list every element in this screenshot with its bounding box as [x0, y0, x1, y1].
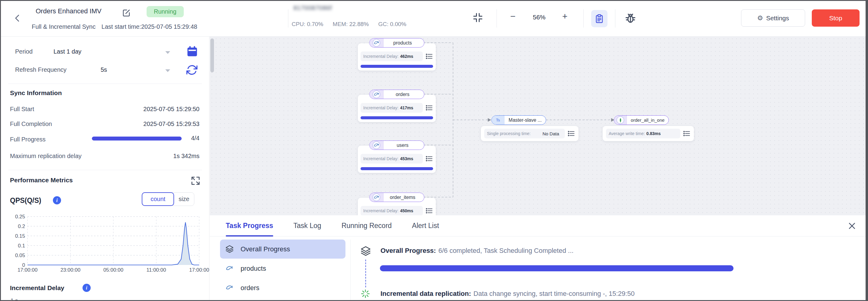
task-subtitle: Full & Incremental Sync Last start time:…	[32, 23, 197, 30]
tab-alert-list[interactable]: Alert List	[412, 215, 439, 237]
node-label: products	[383, 40, 424, 46]
progress-row: Overall Progress:6/6 completed, Task Sch…	[361, 247, 574, 256]
chevron-down-icon	[165, 70, 170, 72]
settings-label: Settings	[766, 15, 789, 22]
list-item-products[interactable]: products	[220, 259, 345, 278]
list-item-orders[interactable]: orders	[220, 278, 345, 297]
header-bar: Orders Enhanced IMV Running Full & Incre…	[1, 1, 866, 37]
edit-icon[interactable]	[122, 8, 131, 18]
node-menu-icon[interactable]	[425, 155, 433, 163]
mysql-icon	[373, 39, 380, 47]
full-completion-label: Full Completion	[10, 120, 52, 128]
app-window: Orders Enhanced IMV Running Full & Incre…	[0, 0, 868, 301]
back-icon[interactable]	[13, 12, 23, 25]
node-progress-bar	[361, 65, 433, 68]
mysql-icon	[225, 284, 234, 292]
node-label: users	[383, 143, 424, 148]
bug-icon[interactable]	[625, 12, 637, 25]
full-start-label: Full Start	[10, 106, 34, 113]
svg-text:11:00:00: 11:00:00	[147, 267, 166, 273]
node-pill[interactable]: order_all_in_one	[614, 115, 669, 125]
qps-metric-toggle: count size	[142, 192, 194, 206]
svg-text:0: 0	[22, 262, 25, 268]
node-label: order_all_in_one	[627, 117, 669, 122]
page-title: Orders Enhanced IMV	[36, 7, 101, 15]
progress-list: Overall Progress products orders	[220, 240, 345, 300]
node-pill[interactable]: products	[369, 38, 424, 48]
list-item-label: Overall Progress	[241, 245, 290, 253]
sync-type: Full & Incremental Sync	[32, 23, 95, 30]
node-pill[interactable]: orders	[369, 90, 424, 99]
scrollbar-thumb[interactable]	[210, 38, 214, 72]
qps-chart: 17:00:0023:00:0005:00:0011:00:0017:00:00…	[2, 214, 208, 279]
period-select[interactable]: Last 1 day	[54, 48, 81, 55]
zoom-in-button[interactable]: +	[559, 11, 570, 22]
node-products[interactable]: products Incremental Delay:462ms	[358, 38, 436, 71]
qps-title: QPS(Q/S)	[10, 196, 41, 205]
timeline-dashed-line	[365, 259, 366, 288]
resource-metrics: CPU: 0.70% MEM: 22.88% GC: 0.00%	[292, 21, 406, 28]
info-icon[interactable]: i	[83, 284, 91, 292]
progress-detail: Overall Progress:6/6 completed, Task Sch…	[361, 240, 860, 300]
layers-icon	[361, 246, 371, 256]
refresh-frequency-select[interactable]: 5s	[101, 66, 107, 73]
node-menu-icon[interactable]	[567, 130, 575, 137]
mysql-icon	[373, 141, 380, 149]
expand-icon[interactable]	[191, 176, 200, 186]
document-icon[interactable]	[591, 10, 608, 27]
info-icon[interactable]: i	[53, 196, 61, 204]
toggle-size[interactable]: size	[174, 193, 194, 206]
node-progress-bar	[361, 167, 433, 170]
node-orders[interactable]: orders Incremental Delay:417ms	[358, 90, 436, 122]
tab-task-log[interactable]: Task Log	[293, 215, 321, 237]
clipped-axis-text: 1 s	[10, 298, 18, 300]
node-pill[interactable]: order_items	[369, 193, 424, 202]
zoom-out-button[interactable]: −	[507, 11, 518, 22]
node-pill[interactable]: users	[369, 140, 424, 150]
refresh-frequency-label: Refresh Frequency	[15, 66, 66, 73]
max-replication-delay-value: 1s 342ms	[173, 153, 199, 160]
stop-button[interactable]: Stop	[812, 9, 860, 27]
node-card: Average write time:0.83ms	[602, 126, 694, 141]
node-menu-icon[interactable]	[425, 104, 433, 112]
list-item-label: orders	[241, 284, 259, 292]
bottom-panel: Task Progress Task Log Running Record Al…	[210, 215, 866, 300]
svg-text:05:00:00: 05:00:00	[103, 267, 123, 273]
panel-tabs: Task Progress Task Log Running Record Al…	[210, 215, 866, 237]
transform-badge: Ts	[492, 116, 504, 125]
node-menu-icon[interactable]	[425, 52, 433, 60]
node-label: Master-slave ...	[504, 117, 546, 123]
node-card: Single processing time: No Data	[481, 126, 579, 141]
full-progress-bar	[92, 137, 182, 140]
full-progress-value: 4/4	[191, 135, 199, 142]
svg-text:17:00:00: 17:00:00	[18, 267, 37, 273]
node-order-items[interactable]: order_items Incremental Delay:450ms	[358, 193, 436, 215]
list-item-overall-progress[interactable]: Overall Progress	[220, 240, 345, 258]
dag-canvas[interactable]: products Incremental Delay:462ms orders …	[210, 37, 866, 215]
tab-running-record[interactable]: Running Record	[342, 215, 392, 237]
incremental-delay-title: Incremental Delay	[10, 284, 64, 292]
toggle-count[interactable]: count	[142, 192, 174, 206]
status-badge: Running	[147, 6, 184, 17]
node-users[interactable]: users Incremental Delay:453ms	[358, 140, 436, 173]
spinner-icon	[361, 289, 371, 299]
node-label: order_items	[383, 195, 424, 200]
performance-metrics-title: Performance Metrics	[10, 176, 73, 184]
settings-button[interactable]: ⚙ Settings	[741, 9, 805, 27]
period-label: Period	[15, 48, 33, 55]
overall-progress-bar	[380, 265, 734, 271]
full-progress-label: Full Progress	[10, 136, 45, 143]
calendar-icon[interactable]	[186, 45, 198, 58]
node-menu-icon[interactable]	[425, 207, 433, 215]
refresh-icon[interactable]	[186, 64, 198, 77]
node-pill[interactable]: Ts Master-slave ...	[491, 115, 546, 125]
node-label: orders	[383, 92, 424, 97]
close-icon[interactable]	[847, 221, 857, 230]
svg-text:0.15: 0.15	[15, 233, 25, 239]
node-menu-icon[interactable]	[683, 130, 690, 137]
task-id-blurred: 8170087086f	[293, 4, 332, 11]
fit-screen-icon[interactable]	[472, 12, 483, 23]
full-start-value: 2025-07-05 15:29:50	[143, 106, 199, 113]
svg-text:0.05: 0.05	[15, 252, 25, 258]
tab-task-progress[interactable]: Task Progress	[226, 215, 273, 237]
